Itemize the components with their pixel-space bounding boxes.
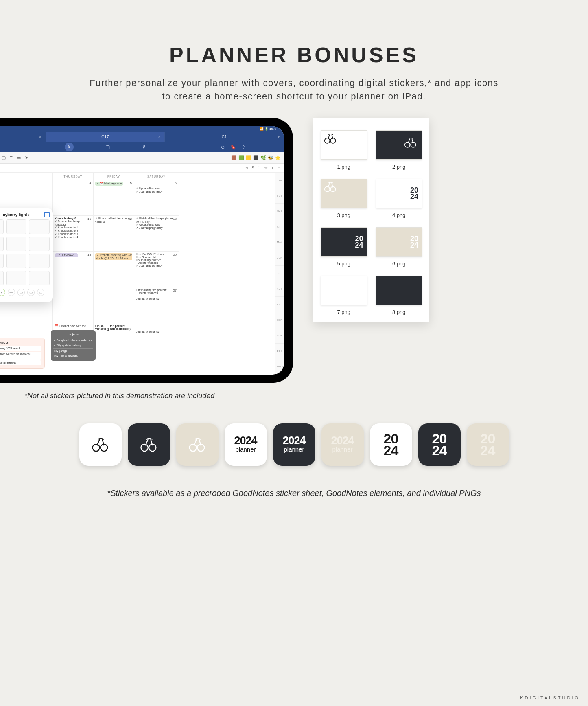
cover-thumb-3: 3.png [321,179,367,218]
ipad-mockup: 📶 🔋 16% ☁× C17× C1▾ ✎ ▢ 🎙 ⊕ 🔖 ⇪ ⋯ [0,118,293,383]
sticker-nav-icon[interactable]: ● [0,289,5,296]
image-tool-icon[interactable]: ▢ [2,155,6,160]
app-icon-row: 2024 planner 2024 planner 2024 planner 2… [0,423,588,466]
favorites-bar[interactable]: 🟫🟩🟨⬛🌿🐝⭐ [231,155,281,160]
close-icon[interactable]: × [158,135,161,139]
cover-thumb-6: 2024 6.png [376,227,422,267]
sticker-nav-icon[interactable]: ▭ [27,289,35,296]
sticker-nav-icon[interactable]: ▭ [37,289,44,296]
sticker-popover[interactable]: cyberry light 🥐 ● — ▭ [0,208,53,302]
status-bar: 📶 🔋 16% [0,126,284,132]
close-icon[interactable]: ▾ [278,135,280,139]
cherry-icon [323,132,338,145]
ongoing-projects-note: ✓ ongoing projects ✓ Working on Cyberry … [0,338,45,369]
pointer-icon[interactable]: ➤ [25,155,28,160]
app-icon-cherry-white [79,423,122,466]
cover-thumb-8: — 8.png [376,276,422,315]
sticker-nav-icon[interactable]: — [8,289,15,296]
cover-thumb-2: 2.png [376,130,422,170]
hero-title: PLANNER BONUSES [0,0,588,67]
cherry-icon [403,136,418,149]
mic-icon[interactable]: 🎙 [142,144,146,150]
page-nav: CALENDAR 1 2 3 4 5 ✎ $ ♡ ☆ ⚬ ≡ [0,164,284,173]
month-tabs[interactable]: JANFEB MARAPR MAYJUN JULAUG SEPOCT NOVDE… [275,173,284,375]
app-icon-2024-dark: 20 24 [418,423,461,466]
tool-ribbon[interactable]: ↶ ↷ ✎ ✐ ▯ ◇ ◌ ⌬ ▢ T ▭ ➤ 🟫🟩🟨⬛🌿🐝⭐ [0,152,284,164]
app-icon-2024-white: 20 24 [370,423,412,466]
app-toolbar[interactable]: ✎ ▢ 🎙 ⊕ 🔖 ⇪ ⋯ [0,142,284,152]
ruler-icon[interactable]: ▭ [17,155,21,160]
cover-thumbnails-panel: 1.png 2.png 3.png 2024 4.png 2024 5.png … [313,118,429,322]
sticker-nav-icon[interactable]: ▭ [17,289,25,296]
cherry-icon [323,181,338,193]
close-icon[interactable]: × [39,135,42,139]
hero-subtitle: Further personalize your planner with co… [0,76,588,103]
cover-thumb-4: 2024 4.png [376,179,422,218]
cover-thumb-1: 1.png [321,130,367,170]
sticker-disclaimer: *Not all stickers pictured in this demon… [24,392,214,400]
app-icon-cherry-dark [128,423,170,466]
projects-sticky: projects ✓ Complete bathroom makeover ✓ … [51,330,96,361]
app-icon-2024-beige: 20 24 [467,423,509,466]
app-icon-2024planner-white: 2024 planner [225,423,267,466]
app-icon-2024planner-beige: 2024 planner [321,423,364,466]
bookmark-icon[interactable]: 🔖 [230,145,236,150]
image-icon[interactable]: ▢ [105,144,110,150]
document-tabs[interactable]: ☁× C17× C1▾ [0,132,284,142]
panel-toggle-icon[interactable] [44,212,50,217]
pen-tool-icon[interactable]: ✎ [65,143,74,151]
cover-thumb-5: 2024 5.png [321,227,367,267]
app-icon-2024planner-dark: 2024 planner [273,423,315,466]
text-icon[interactable]: T [10,156,13,160]
cover-thumb-7: — 7.png [321,276,367,315]
add-icon[interactable]: ⊕ [221,145,225,150]
brand-watermark: KDIGITALSTUDIO [520,695,580,700]
calendar-grid: MONDAY THURSDAYFRIDAYSATURDAY 14 weeks☑ … [0,173,275,375]
share-icon[interactable]: ⇪ [242,145,245,150]
stickers-footnote: *Stickers available as a precrooed GoodN… [0,489,588,498]
more-icon[interactable]: ⋯ [251,145,256,150]
app-icon-cherry-beige [176,423,219,466]
